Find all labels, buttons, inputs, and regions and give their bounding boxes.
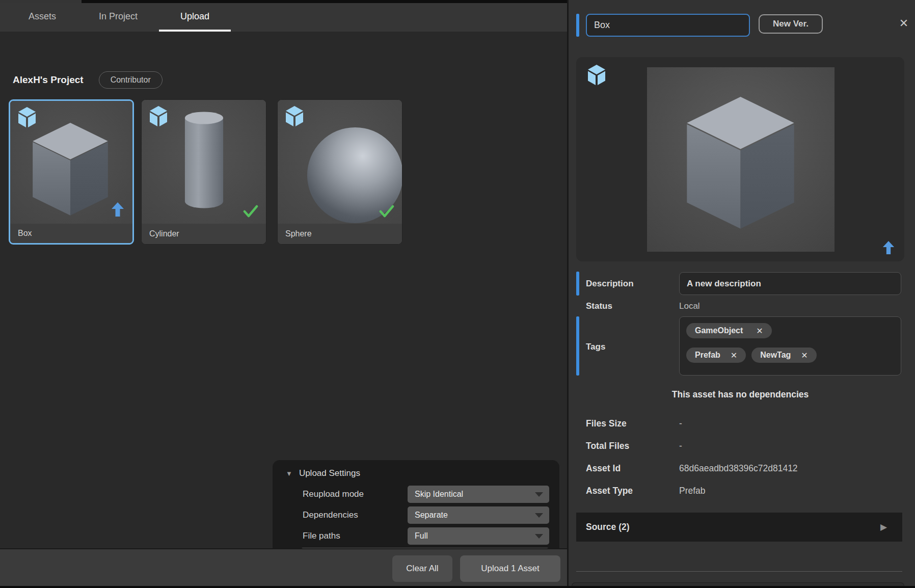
upload-settings-title: Upload Settings: [299, 468, 360, 478]
new-version-badge: New Ver.: [759, 14, 823, 34]
asset-thumbnail-cylinder: [142, 100, 266, 225]
source-label: Source (2): [586, 522, 630, 532]
asset-type-value: Prefab: [679, 486, 706, 496]
asset-name-value: Box: [594, 20, 610, 31]
cylinder-render: [167, 107, 241, 215]
dropdown-value: Skip Identical: [415, 490, 463, 499]
asset-card-label-row: Cylinder: [142, 224, 266, 244]
section-divider: [576, 571, 902, 572]
clear-all-button[interactable]: Clear All: [392, 555, 452, 582]
setting-row-file-paths: File paths Full: [303, 527, 549, 545]
prefab-cube-icon: [586, 64, 607, 86]
setting-row-reupload-mode: Reupload mode Skip Identical: [303, 486, 549, 503]
asset-manager-window: Assets In Project Upload AlexH's Project…: [0, 0, 915, 588]
description-value: A new description: [687, 279, 761, 289]
asset-thumbnail-sphere: [278, 100, 402, 225]
tab-upload[interactable]: Upload: [159, 3, 231, 32]
asset-details-panel: Box New Ver. ✕: [569, 0, 915, 586]
upload-pending-arrow-icon: [882, 240, 895, 255]
setting-label: Dependencies: [303, 510, 408, 520]
files-size-label: Files Size: [586, 418, 627, 429]
status-label: Status: [586, 301, 612, 311]
tag-text: GameObject: [695, 326, 743, 335]
window-bottom-strip: [0, 586, 915, 588]
asset-type-label: Asset Type: [586, 486, 633, 496]
setting-label: Reupload mode: [303, 489, 408, 499]
prefab-cube-icon: [17, 106, 37, 128]
asset-name-input[interactable]: Box: [586, 14, 750, 37]
prefab-cube-icon: [284, 105, 305, 127]
description-label: Description: [586, 279, 634, 289]
asset-thumbnail-box: [10, 101, 132, 224]
asset-preview-card: [576, 57, 904, 261]
source-section-header[interactable]: Source (2) ▶: [576, 513, 902, 542]
asset-card-cylinder[interactable]: Cylinder: [141, 99, 266, 245]
box-preview-render: [670, 83, 811, 237]
prefab-cube-icon: [148, 105, 169, 127]
tags-input-box[interactable]: GameObject ✕ Prefab ✕ NewTag ✕: [679, 316, 901, 376]
tag-remove-icon[interactable]: ✕: [731, 351, 737, 360]
asset-id-value: 68d6aeadbd38396c72d81412: [679, 463, 798, 474]
upload-action-bar: Clear All Upload 1 Asset: [0, 548, 567, 586]
dropdown-value: Separate: [415, 511, 448, 520]
expand-caret-icon: ▶: [880, 522, 887, 532]
modified-field-accent: [576, 316, 579, 376]
uploaded-check-icon: [243, 205, 258, 218]
modified-field-accent: [576, 14, 579, 37]
files-size-value: -: [679, 418, 682, 429]
no-dependencies-note: This asset has no dependencies: [576, 389, 904, 400]
tags-label: Tags: [586, 342, 605, 352]
tab-bar: Assets In Project Upload: [0, 3, 567, 32]
setting-row-dependencies: Dependencies Separate: [303, 506, 549, 524]
close-icon[interactable]: ✕: [895, 15, 913, 32]
setting-label: File paths: [303, 531, 408, 541]
asset-name: Box: [18, 229, 32, 238]
upload-content-area: AlexH's Project Contributor: [0, 32, 567, 548]
tag-text: Prefab: [695, 351, 720, 360]
upload-settings-header[interactable]: ▼ Upload Settings: [286, 468, 360, 478]
tag-text: NewTag: [760, 351, 791, 360]
tag-remove-icon[interactable]: ✕: [756, 326, 763, 336]
tag-pill: Prefab ✕: [686, 348, 746, 363]
dependencies-dropdown[interactable]: Separate: [408, 506, 549, 524]
reupload-mode-dropdown[interactable]: Skip Identical: [408, 486, 549, 503]
asset-card-label-row: Sphere: [278, 224, 402, 244]
tag-pill: NewTag ✕: [751, 348, 817, 363]
asset-card-label-row: Box: [10, 224, 132, 243]
asset-name: Sphere: [285, 229, 312, 238]
box-render: [21, 113, 119, 221]
file-paths-dropdown[interactable]: Full: [408, 527, 549, 545]
tag-remove-icon[interactable]: ✕: [801, 351, 808, 360]
upload-assets-button[interactable]: Upload 1 Asset: [460, 555, 560, 582]
status-value: Local: [679, 301, 700, 311]
total-files-label: Total Files: [586, 441, 629, 451]
uploaded-check-icon: [379, 205, 394, 218]
project-header: AlexH's Project Contributor: [13, 71, 163, 89]
asset-card-box[interactable]: Box: [9, 99, 134, 245]
tab-assets[interactable]: Assets: [7, 3, 77, 32]
asset-id-label: Asset Id: [586, 463, 621, 474]
tab-in-project[interactable]: In Project: [77, 3, 159, 32]
upload-pending-arrow-icon: [111, 202, 125, 217]
description-input[interactable]: A new description: [679, 272, 901, 295]
tag-pill: GameObject ✕: [686, 323, 772, 338]
collapse-caret-icon: ▼: [286, 470, 292, 477]
total-files-value: -: [679, 441, 682, 451]
modified-field-accent: [576, 272, 579, 296]
role-badge: Contributor: [99, 71, 163, 89]
next-section-stub: [572, 582, 904, 586]
project-name: AlexH's Project: [13, 74, 84, 86]
dropdown-value: Full: [415, 531, 428, 541]
asset-card-sphere[interactable]: Sphere: [277, 99, 402, 245]
asset-name: Cylinder: [149, 229, 179, 238]
